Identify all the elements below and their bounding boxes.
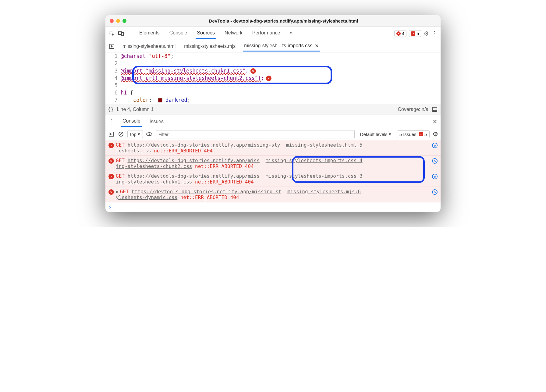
levels-selector[interactable]: Default levels ▾ [358, 130, 394, 138]
refresh-icon[interactable]: ↻ [432, 189, 438, 195]
error-icon: ✕ [108, 158, 114, 164]
error-icon: ✕ [108, 174, 114, 179]
issue-count: 5 [417, 31, 419, 36]
console-row[interactable]: ✕GET https://devtools-dbg-stories.netlif… [105, 171, 441, 187]
gear-icon[interactable]: ⚙ [424, 30, 429, 37]
filter-input[interactable] [156, 130, 355, 138]
drawer-tabs: ⋮ Console Issues ✕ [105, 115, 441, 128]
issue-icon: ▪ [411, 31, 415, 36]
code-area[interactable]: @charset "utf-8"; @import "missing-style… [121, 52, 441, 104]
tab-console[interactable]: Console [168, 28, 189, 39]
issues-button[interactable]: 5 Issues: ▪ 5 [397, 130, 430, 138]
device-icon[interactable] [118, 30, 124, 37]
file-tabs: missing-stylesheets.html missing-stylesh… [105, 40, 441, 52]
coverage-label[interactable]: Coverage: n/a [398, 107, 428, 112]
issue-badge[interactable]: ▪ 5 [409, 30, 421, 37]
refresh-icon[interactable]: ↻ [432, 143, 438, 148]
file-tab-2[interactable]: missing-stylesh…ts-imports.css ✕ [243, 41, 320, 52]
error-icon: ✕ [108, 189, 114, 195]
issue-icon: ▪ [419, 132, 423, 136]
cursor-position: Line 4, Column 1 [117, 107, 154, 112]
close-icon[interactable]: ✕ [432, 118, 438, 125]
traffic-lights [110, 19, 126, 23]
minimize-icon[interactable] [116, 19, 120, 23]
close-icon[interactable]: ✕ [315, 43, 319, 49]
console-row[interactable]: ✕▶GET https://devtools-dbg-stories.netli… [105, 187, 441, 202]
maximize-icon[interactable] [122, 19, 126, 23]
refresh-icon[interactable]: ↻ [432, 174, 438, 179]
navigator-icon[interactable] [108, 43, 115, 50]
close-icon[interactable] [110, 19, 114, 23]
status-bar: { } Line 4, Column 1 Coverage: n/a [105, 104, 441, 115]
drawer-tab-console[interactable]: Console [121, 116, 142, 127]
console-row[interactable]: ✕GET https://devtools-dbg-stories.netlif… [105, 140, 441, 156]
tab-network[interactable]: Network [223, 28, 244, 39]
tab-elements[interactable]: Elements [138, 28, 161, 39]
svg-rect-4 [433, 107, 437, 112]
inspect-icon[interactable] [108, 30, 115, 37]
clear-icon[interactable] [118, 131, 124, 137]
chevron-down-icon: ▾ [389, 131, 391, 137]
sidebar-toggle-icon[interactable] [108, 131, 115, 137]
drawer-kebab-icon[interactable]: ⋮ [108, 118, 115, 125]
error-badge[interactable]: ✕ 4 [394, 30, 406, 37]
sidebar-icon[interactable] [432, 107, 438, 112]
svg-line-8 [119, 133, 122, 136]
titlebar: DevTools - devtools-dbg-stories.netlify.… [105, 15, 441, 27]
eye-icon[interactable] [146, 131, 153, 137]
source-link[interactable]: missing-stylesheets-imports.css:3 [266, 173, 363, 179]
file-tab-0[interactable]: missing-stylesheets.html [121, 42, 177, 51]
devtools-window: DevTools - devtools-dbg-stories.netlify.… [105, 15, 441, 212]
expand-icon[interactable]: ▶ [116, 189, 119, 194]
tab-performance[interactable]: Performance [251, 28, 282, 39]
gear-icon[interactable]: ⚙ [433, 130, 438, 138]
chevron-down-icon: ▾ [138, 131, 140, 137]
console-toolbar: top ▾ Default levels ▾ 5 Issues: ▪ 5 ⚙ [105, 128, 441, 140]
panel-tabs: Elements Console Sources Network Perform… [138, 28, 294, 39]
file-tab-1[interactable]: missing-stylesheets.mjs [183, 42, 237, 51]
braces-icon[interactable]: { } [108, 107, 113, 112]
tab-sources[interactable]: Sources [196, 28, 216, 39]
console-row[interactable]: ✕GET https://devtools-dbg-stories.netlif… [105, 156, 441, 171]
console-prompt[interactable]: › [105, 202, 441, 212]
source-link[interactable]: missing-stylesheets.html:5 [286, 142, 362, 148]
kebab-icon[interactable]: ⋮ [431, 30, 438, 37]
error-count: 4 [402, 31, 404, 36]
svg-rect-2 [122, 33, 123, 36]
source-link[interactable]: missing-stylesheets.mjs:6 [287, 189, 361, 194]
refresh-icon[interactable]: ↻ [432, 158, 438, 164]
console-rows: ✕GET https://devtools-dbg-stories.netlif… [105, 140, 441, 202]
tab-more[interactable]: » [289, 28, 294, 39]
svg-point-10 [149, 134, 150, 135]
code-editor[interactable]: 1234567 @charset "utf-8"; @import "missi… [105, 52, 441, 104]
gutter: 1234567 [105, 52, 121, 104]
window-title: DevTools - devtools-dbg-stories.netlify.… [131, 18, 436, 23]
source-link[interactable]: missing-stylesheets-imports.css:4 [266, 158, 363, 163]
drawer-tab-issues[interactable]: Issues [148, 116, 165, 127]
context-selector[interactable]: top ▾ [127, 130, 143, 138]
error-icon: ✕ [108, 143, 114, 148]
main-toolbar: Elements Console Sources Network Perform… [105, 27, 441, 40]
error-icon: ✕ [396, 31, 401, 36]
